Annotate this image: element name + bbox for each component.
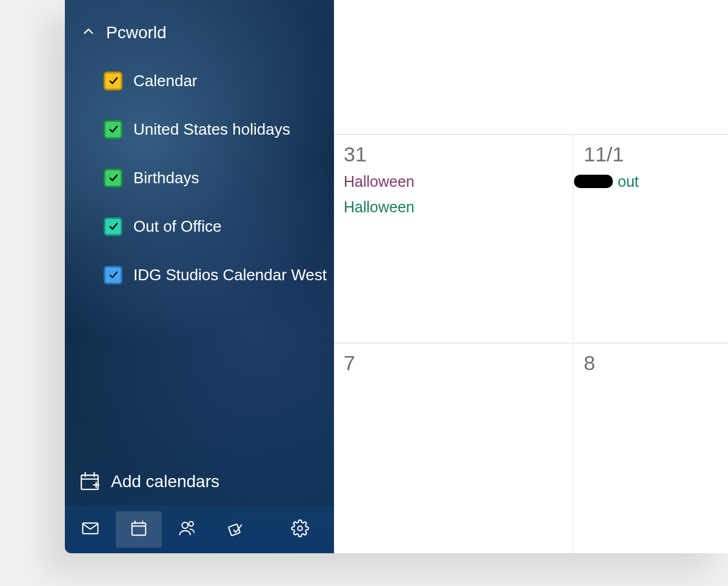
- day-number: 31: [344, 143, 367, 166]
- bottom-nav: [65, 506, 334, 553]
- calendar-item-birthdays[interactable]: Birthdays: [65, 158, 334, 198]
- nav-calendar-button[interactable]: [116, 511, 162, 548]
- calendar-checkbox-icon[interactable]: [104, 120, 122, 139]
- gear-icon: [291, 519, 309, 540]
- todo-icon: [227, 519, 245, 540]
- mail-icon: [81, 519, 99, 540]
- calendar-day-cell[interactable]: 11/1 out: [573, 134, 728, 343]
- calendar-icon: [130, 519, 148, 540]
- calendar-event[interactable]: Halloween: [344, 197, 415, 217]
- add-calendars-button[interactable]: Add calendars: [65, 464, 334, 499]
- svg-point-22: [298, 526, 302, 531]
- add-calendar-icon: [79, 471, 100, 492]
- calendar-item-label: IDG Studios Calendar West: [133, 266, 327, 285]
- add-calendars-label: Add calendars: [111, 472, 219, 491]
- calendar-checkbox-icon[interactable]: [104, 217, 122, 236]
- calendar-event[interactable]: Halloween: [344, 172, 415, 191]
- calendar-event[interactable]: out: [574, 172, 639, 191]
- day-number: 7: [344, 351, 355, 375]
- nav-settings-button[interactable]: [277, 511, 323, 548]
- calendar-item-calendar[interactable]: Calendar: [65, 61, 334, 101]
- svg-rect-7: [132, 523, 146, 535]
- nav-mail-button[interactable]: [67, 511, 113, 548]
- redacted-text: [574, 175, 613, 188]
- calendar-item-label: Birthdays: [133, 169, 199, 187]
- calendar-day-cell[interactable]: 7: [334, 343, 573, 553]
- chevron-up-icon: [82, 21, 95, 45]
- calendar-item-idg-studios[interactable]: IDG Studios Calendar West: [65, 255, 334, 295]
- calendar-item-label: Out of Office: [133, 217, 221, 236]
- svg-point-19: [182, 522, 188, 528]
- calendar-group-label: Pcworld: [106, 21, 167, 45]
- day-number: 8: [584, 351, 595, 375]
- calendar-checkbox-icon[interactable]: [104, 169, 122, 187]
- calendar-checkbox-icon[interactable]: [104, 266, 122, 285]
- calendar-app-window: Pcworld Calendar United States holidays: [65, 0, 728, 553]
- calendar-day-cell[interactable]: 8: [573, 343, 728, 553]
- calendar-item-label: United States holidays: [133, 120, 290, 139]
- calendar-grid[interactable]: 31 Halloween Halloween 11/1 out 7 8: [334, 0, 728, 553]
- nav-todo-button[interactable]: [213, 511, 259, 548]
- svg-point-20: [189, 522, 194, 527]
- event-label-suffix: out: [618, 173, 639, 190]
- svg-rect-6: [83, 523, 98, 534]
- calendar-list: Calendar United States holidays Birthday…: [65, 61, 334, 295]
- calendar-item-out-of-office[interactable]: Out of Office: [65, 206, 334, 246]
- calendar-day-cell[interactable]: 31 Halloween Halloween: [334, 134, 573, 343]
- calendar-checkbox-icon[interactable]: [104, 72, 122, 90]
- nav-people-button[interactable]: [164, 511, 210, 548]
- day-number: 11/1: [584, 143, 624, 166]
- calendar-item-label: Calendar: [133, 72, 198, 90]
- calendar-group-header[interactable]: Pcworld: [82, 21, 167, 45]
- people-icon: [178, 519, 196, 540]
- sidebar: Pcworld Calendar United States holidays: [65, 0, 334, 553]
- calendar-item-us-holidays[interactable]: United States holidays: [65, 109, 334, 149]
